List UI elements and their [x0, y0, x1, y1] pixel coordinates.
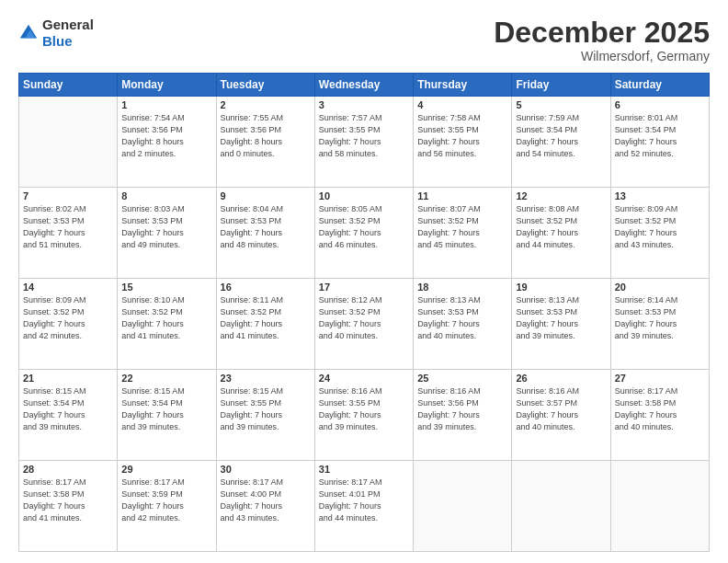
calendar-week-row: 28Sunrise: 8:17 AMSunset: 3:58 PMDayligh…: [19, 461, 710, 552]
calendar-cell: 2Sunrise: 7:55 AMSunset: 3:56 PMDaylight…: [216, 97, 314, 188]
day-number: 31: [319, 464, 409, 475]
weekday-header: Tuesday: [216, 74, 314, 97]
month-title: December 2025: [494, 17, 710, 49]
page: General Blue December 2025 Wilmersdorf, …: [0, 0, 728, 563]
day-info: Sunrise: 8:17 AMSunset: 4:00 PMDaylight:…: [221, 477, 311, 524]
day-number: 4: [417, 99, 507, 110]
day-info: Sunrise: 8:13 AMSunset: 3:53 PMDaylight:…: [417, 294, 507, 342]
day-number: 3: [319, 99, 409, 110]
day-number: 23: [221, 373, 311, 384]
day-number: 20: [615, 282, 705, 293]
calendar-cell: 20Sunrise: 8:14 AMSunset: 3:53 PMDayligh…: [610, 279, 709, 370]
calendar-cell: 6Sunrise: 8:01 AMSunset: 3:54 PMDaylight…: [610, 97, 709, 188]
calendar-cell: 12Sunrise: 8:08 AMSunset: 3:52 PMDayligh…: [512, 188, 610, 279]
calendar-cell: 4Sunrise: 7:58 AMSunset: 3:55 PMDaylight…: [414, 97, 512, 188]
calendar-week-row: 1Sunrise: 7:54 AMSunset: 3:56 PMDaylight…: [19, 97, 710, 188]
day-number: 18: [417, 282, 507, 293]
logo-general: General: [42, 17, 94, 32]
calendar-cell: 3Sunrise: 7:57 AMSunset: 3:55 PMDaylight…: [314, 97, 413, 188]
logo-icon: [18, 23, 39, 43]
weekday-header: Saturday: [610, 74, 709, 97]
weekday-header: Friday: [512, 74, 610, 97]
day-info: Sunrise: 7:58 AMSunset: 3:55 PMDaylight:…: [417, 112, 507, 160]
calendar-cell: 31Sunrise: 8:17 AMSunset: 4:01 PMDayligh…: [314, 461, 413, 552]
calendar-cell: 11Sunrise: 8:07 AMSunset: 3:52 PMDayligh…: [414, 188, 512, 279]
day-number: 16: [221, 282, 311, 293]
day-info: Sunrise: 8:07 AMSunset: 3:52 PMDaylight:…: [417, 203, 507, 251]
day-info: Sunrise: 7:54 AMSunset: 3:56 PMDaylight:…: [121, 112, 211, 160]
day-info: Sunrise: 8:12 AMSunset: 3:52 PMDaylight:…: [319, 294, 409, 342]
weekday-header: Thursday: [414, 74, 512, 97]
day-number: 13: [615, 190, 705, 201]
calendar-week-row: 7Sunrise: 8:02 AMSunset: 3:53 PMDaylight…: [19, 188, 710, 279]
calendar-cell: 8Sunrise: 8:03 AMSunset: 3:53 PMDaylight…: [118, 188, 216, 279]
logo-blue: Blue: [42, 33, 73, 49]
calendar-cell: 21Sunrise: 8:15 AMSunset: 3:54 PMDayligh…: [19, 370, 118, 461]
day-info: Sunrise: 8:15 AMSunset: 3:54 PMDaylight:…: [121, 385, 211, 433]
calendar-cell: 28Sunrise: 8:17 AMSunset: 3:58 PMDayligh…: [19, 461, 118, 552]
calendar-week-row: 21Sunrise: 8:15 AMSunset: 3:54 PMDayligh…: [19, 370, 710, 461]
day-info: Sunrise: 8:01 AMSunset: 3:54 PMDaylight:…: [615, 112, 705, 160]
logo: General Blue: [18, 17, 94, 50]
day-number: 8: [121, 190, 211, 201]
title-block: December 2025 Wilmersdorf, Germany: [494, 17, 710, 63]
day-info: Sunrise: 8:08 AMSunset: 3:52 PMDaylight:…: [516, 203, 606, 251]
day-info: Sunrise: 8:16 AMSunset: 3:55 PMDaylight:…: [319, 385, 409, 433]
day-number: 29: [121, 464, 211, 475]
day-number: 2: [221, 99, 311, 110]
calendar-cell: 10Sunrise: 8:05 AMSunset: 3:52 PMDayligh…: [314, 188, 413, 279]
day-number: 9: [221, 190, 311, 201]
day-number: 6: [615, 99, 705, 110]
logo-text: General Blue: [42, 17, 94, 50]
day-number: 12: [516, 190, 606, 201]
calendar-cell: 16Sunrise: 8:11 AMSunset: 3:52 PMDayligh…: [216, 279, 314, 370]
day-number: 30: [221, 464, 311, 475]
calendar-cell: 15Sunrise: 8:10 AMSunset: 3:52 PMDayligh…: [118, 279, 216, 370]
calendar-cell: 13Sunrise: 8:09 AMSunset: 3:52 PMDayligh…: [610, 188, 709, 279]
calendar-cell: 29Sunrise: 8:17 AMSunset: 3:59 PMDayligh…: [118, 461, 216, 552]
day-number: 7: [23, 190, 113, 201]
day-info: Sunrise: 8:13 AMSunset: 3:53 PMDaylight:…: [516, 294, 606, 342]
day-number: 26: [516, 373, 606, 384]
day-number: 22: [121, 373, 211, 384]
day-info: Sunrise: 8:05 AMSunset: 3:52 PMDaylight:…: [319, 203, 409, 251]
calendar-cell: 30Sunrise: 8:17 AMSunset: 4:00 PMDayligh…: [216, 461, 314, 552]
day-info: Sunrise: 7:57 AMSunset: 3:55 PMDaylight:…: [319, 112, 409, 160]
day-info: Sunrise: 8:03 AMSunset: 3:53 PMDaylight:…: [121, 203, 211, 251]
calendar-cell: 27Sunrise: 8:17 AMSunset: 3:58 PMDayligh…: [610, 370, 709, 461]
calendar-cell: 1Sunrise: 7:54 AMSunset: 3:56 PMDaylight…: [118, 97, 216, 188]
day-info: Sunrise: 8:02 AMSunset: 3:53 PMDaylight:…: [23, 203, 113, 251]
calendar-cell: [414, 461, 512, 552]
calendar-cell: [19, 97, 118, 188]
day-info: Sunrise: 8:04 AMSunset: 3:53 PMDaylight:…: [221, 203, 311, 251]
calendar-table: SundayMondayTuesdayWednesdayThursdayFrid…: [18, 73, 710, 552]
day-info: Sunrise: 7:59 AMSunset: 3:54 PMDaylight:…: [516, 112, 606, 160]
day-number: 24: [319, 373, 409, 384]
day-number: 14: [23, 282, 113, 293]
day-number: 19: [516, 282, 606, 293]
day-info: Sunrise: 7:55 AMSunset: 3:56 PMDaylight:…: [221, 112, 311, 160]
calendar-cell: 24Sunrise: 8:16 AMSunset: 3:55 PMDayligh…: [314, 370, 413, 461]
day-number: 15: [121, 282, 211, 293]
day-number: 21: [23, 373, 113, 384]
day-info: Sunrise: 8:09 AMSunset: 3:52 PMDaylight:…: [23, 294, 113, 342]
weekday-header: Sunday: [19, 74, 118, 97]
day-number: 1: [121, 99, 211, 110]
weekday-header-row: SundayMondayTuesdayWednesdayThursdayFrid…: [19, 74, 710, 97]
calendar-cell: 23Sunrise: 8:15 AMSunset: 3:55 PMDayligh…: [216, 370, 314, 461]
calendar-cell: [610, 461, 709, 552]
calendar-cell: 9Sunrise: 8:04 AMSunset: 3:53 PMDaylight…: [216, 188, 314, 279]
calendar-cell: 25Sunrise: 8:16 AMSunset: 3:56 PMDayligh…: [414, 370, 512, 461]
location: Wilmersdorf, Germany: [494, 49, 710, 63]
day-info: Sunrise: 8:15 AMSunset: 3:54 PMDaylight:…: [23, 385, 113, 433]
day-number: 5: [516, 99, 606, 110]
day-info: Sunrise: 8:15 AMSunset: 3:55 PMDaylight:…: [221, 385, 311, 433]
day-info: Sunrise: 8:17 AMSunset: 4:01 PMDaylight:…: [319, 477, 409, 524]
day-number: 25: [417, 373, 507, 384]
day-number: 11: [417, 190, 507, 201]
calendar-week-row: 14Sunrise: 8:09 AMSunset: 3:52 PMDayligh…: [19, 279, 710, 370]
calendar-cell: 26Sunrise: 8:16 AMSunset: 3:57 PMDayligh…: [512, 370, 610, 461]
calendar-cell: [512, 461, 610, 552]
day-info: Sunrise: 8:16 AMSunset: 3:57 PMDaylight:…: [516, 385, 606, 433]
day-info: Sunrise: 8:14 AMSunset: 3:53 PMDaylight:…: [615, 294, 705, 342]
